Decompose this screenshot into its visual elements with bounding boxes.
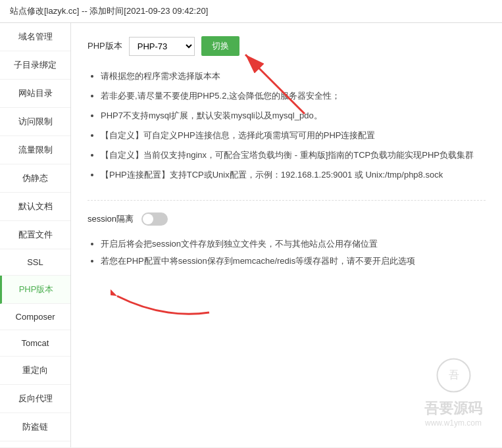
watermark-text1: 吾要源码 bbox=[424, 399, 482, 418]
sidebar: 域名管理子目录绑定网站目录访问限制流量限制伪静态默认文档配置文件SSLPHP版本… bbox=[0, 23, 71, 447]
info-list-item: PHP7不支持mysql扩展，默认安装mysqli以及mysql_pdo。 bbox=[101, 107, 486, 124]
sidebar-item-配置文件[interactable]: 配置文件 bbox=[0, 221, 70, 249]
php-version-row: PHP版本 PHP-54PHP-56PHP-70PHP-71PHP-72PHP-… bbox=[88, 36, 486, 56]
sidebar-item-防盗链[interactable]: 防盗链 bbox=[0, 413, 70, 441]
sidebar-item-域名管理[interactable]: 域名管理 bbox=[0, 23, 70, 51]
main-content: PHP版本 PHP-54PHP-56PHP-70PHP-71PHP-72PHP-… bbox=[71, 23, 502, 447]
sidebar-item-Composer[interactable]: Composer bbox=[0, 304, 70, 330]
sidebar-item-流量限制[interactable]: 流量限制 bbox=[0, 136, 70, 164]
info-list-item: 请根据您的程序需求选择版本本 bbox=[101, 68, 486, 85]
sidebar-item-子目录绑定[interactable]: 子目录绑定 bbox=[0, 51, 70, 80]
info-list-item: 【PHP连接配置】支持TCP或Unix配置，示例：192.168.1.25:90… bbox=[101, 166, 486, 184]
arrow-left-icon bbox=[111, 273, 216, 326]
info-list: 请根据您的程序需求选择版本本若非必要,请尽量不要使用PHP5.2,这会降低您的服… bbox=[88, 68, 486, 184]
sidebar-item-网站日志[interactable]: 网站日志 bbox=[0, 441, 70, 447]
watermark-logo: 吾 bbox=[436, 357, 472, 393]
session-info-item: 若您在PHP配置中将session保存到memcache/redis等缓存器时，… bbox=[101, 253, 486, 270]
sidebar-item-重定向[interactable]: 重定向 bbox=[0, 357, 70, 385]
title-bar: 站点修改[lazyk.cc] -- 添加时间[2021-09-23 09:42:… bbox=[0, 0, 502, 23]
session-row: session隔离 bbox=[88, 212, 486, 226]
sidebar-item-Tomcat[interactable]: Tomcat bbox=[0, 330, 70, 357]
session-info-item: 开启后将会把session文件存放到独立文件夹，不与其他站点公用存储位置 bbox=[101, 236, 486, 253]
info-list-item: 【自定义】当前仅支持nginx，可配合宝塔负载均衡 - 重构版]指南的TCP负载… bbox=[101, 147, 486, 164]
watermark-text2: www.w1ym.com bbox=[424, 418, 482, 428]
php-version-label: PHP版本 bbox=[88, 40, 122, 52]
sidebar-item-伪静态[interactable]: 伪静态 bbox=[0, 164, 70, 193]
sidebar-item-SSL[interactable]: SSL bbox=[0, 249, 70, 276]
svg-point-3 bbox=[437, 359, 470, 392]
info-list-item: 【自定义】可自定义PHP连接信息，选择此项需填写可用的PHP连接配置 bbox=[101, 127, 486, 144]
sidebar-item-反向代理[interactable]: 反向代理 bbox=[0, 385, 70, 413]
sidebar-item-访问限制[interactable]: 访问限制 bbox=[0, 108, 70, 136]
svg-text:吾: 吾 bbox=[448, 369, 459, 380]
sidebar-item-默认文档[interactable]: 默认文档 bbox=[0, 193, 70, 221]
info-list-item: 若非必要,请尽量不要使用PHP5.2,这会降低您的服务器安全性； bbox=[101, 87, 486, 105]
title-text: 站点修改[lazyk.cc] -- 添加时间[2021-09-23 09:42:… bbox=[10, 6, 208, 16]
switch-button[interactable]: 切换 bbox=[201, 36, 239, 56]
session-toggle[interactable] bbox=[141, 212, 168, 226]
separator bbox=[88, 200, 486, 201]
php-version-select[interactable]: PHP-54PHP-56PHP-70PHP-71PHP-72PHP-73PHP-… bbox=[129, 37, 195, 56]
sidebar-item-PHP版本[interactable]: PHP版本 bbox=[0, 276, 70, 304]
sidebar-item-网站目录[interactable]: 网站目录 bbox=[0, 80, 70, 108]
session-label: session隔离 bbox=[88, 213, 134, 225]
session-info-list: 开启后将会把session文件存放到独立文件夹，不与其他站点公用存储位置若您在P… bbox=[88, 236, 486, 270]
watermark: 吾 吾要源码 www.w1ym.com bbox=[424, 357, 482, 428]
